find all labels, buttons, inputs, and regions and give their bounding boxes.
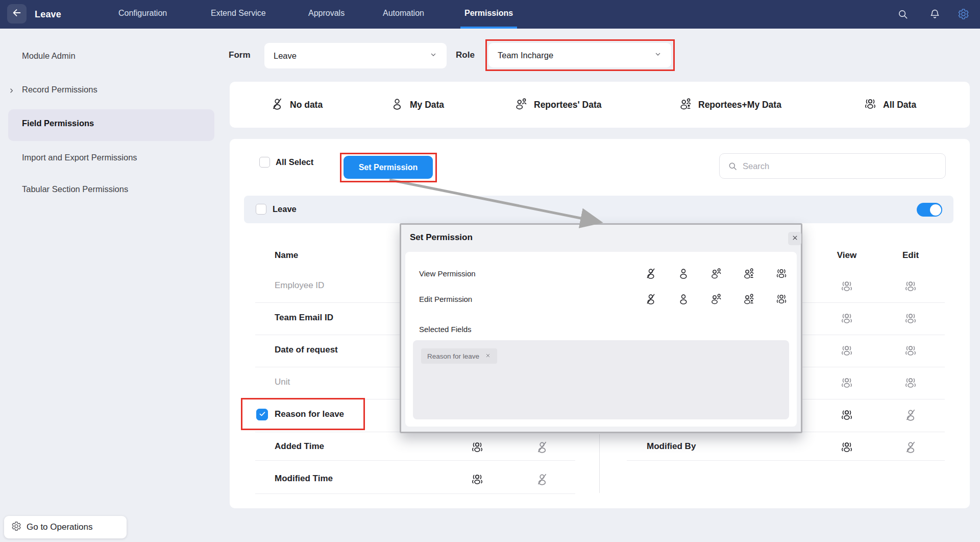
sidebar-item-import-export-permissions[interactable]: Import and Export Permissions (22, 153, 137, 162)
gear-icon (11, 521, 21, 534)
sidebar-item-field-permissions-label[interactable]: Field Permissions (22, 119, 94, 128)
tab-configuration[interactable]: Configuration (118, 0, 167, 29)
no-data-icon[interactable] (535, 440, 549, 456)
all-data-icon[interactable] (840, 440, 853, 456)
set-permission-button[interactable]: Set Permission (344, 156, 433, 179)
back-button[interactable] (7, 4, 27, 23)
gear-icon[interactable] (958, 8, 969, 22)
legend-reportees-my-data-label: Reportees+My Data (698, 100, 781, 110)
all-data-icon[interactable] (471, 473, 484, 488)
tab-extend-service[interactable]: Extend Service (211, 0, 266, 29)
search-icon (728, 161, 738, 171)
my-data-icon (390, 97, 404, 113)
chevron-down-icon (429, 51, 437, 61)
app-root: Leave Configuration Extend Service Appro… (0, 0, 980, 542)
row-reason-for-leave: Reason for leave (275, 409, 344, 419)
legend-reportees-my-data[interactable]: Reportees+My Data (679, 82, 781, 128)
view-permission-label: View Permission (419, 269, 476, 278)
all-data-icon[interactable] (904, 312, 917, 327)
all-data-icon[interactable] (904, 376, 917, 391)
row-divider (627, 460, 945, 461)
selected-field-chip: Reason for leave (421, 348, 497, 364)
all-data-icon[interactable] (471, 440, 484, 456)
leave-section-toggle[interactable] (917, 203, 942, 217)
tab-approvals[interactable]: Approvals (308, 0, 345, 29)
form-select-value: Leave (274, 51, 297, 61)
row-divider (255, 493, 575, 494)
field-search-input[interactable] (743, 161, 911, 171)
legend-no-data[interactable]: No data (271, 82, 323, 128)
all-data-icon[interactable] (840, 376, 853, 391)
modal-title: Set Permission (410, 232, 473, 243)
row-date-of-request: Date of request (275, 345, 338, 355)
go-to-operations-label: Go to Operations (27, 522, 92, 532)
bell-icon[interactable] (929, 8, 941, 22)
search-icon[interactable] (897, 9, 909, 22)
no-data-icon[interactable] (904, 440, 917, 456)
legend-all-data-label: All Data (883, 100, 916, 110)
role-filter-label: Role (456, 50, 475, 60)
app-title: Leave (35, 0, 61, 29)
role-select-value: Team Incharge (498, 51, 553, 60)
all-data-icon[interactable] (840, 312, 853, 327)
back-arrow-icon (11, 7, 22, 20)
leave-section-checkbox[interactable] (256, 204, 266, 215)
sidebar-item-record-permissions[interactable]: Record Permissions (22, 85, 97, 95)
chip-label: Reason for leave (427, 352, 479, 360)
field-search[interactable] (719, 153, 946, 179)
chevron-right-icon[interactable] (8, 87, 15, 97)
form-select[interactable]: Leave (264, 43, 447, 68)
view-column-header: View (831, 250, 862, 261)
tab-automation[interactable]: Automation (383, 0, 424, 29)
no-data-icon[interactable] (645, 293, 657, 307)
no-data-icon[interactable] (535, 473, 549, 488)
all-data-icon[interactable] (775, 293, 788, 307)
row-employee-id: Employee ID (275, 280, 324, 291)
row-unit: Unit (275, 377, 290, 387)
close-icon (791, 234, 799, 244)
legend-my-data[interactable]: My Data (390, 82, 444, 128)
reportees-my-data-icon[interactable] (743, 267, 755, 281)
selected-fields-label: Selected Fields (419, 325, 472, 334)
modal-body: View Permission Edit Permission Selected… (405, 252, 797, 427)
chevron-down-icon (654, 50, 662, 60)
all-data-icon[interactable] (904, 344, 917, 359)
row-modified-by: Modified By (647, 441, 696, 452)
row-added-time: Added Time (275, 441, 324, 452)
modal-close-button[interactable] (788, 232, 801, 245)
reason-for-leave-checkbox[interactable] (256, 409, 268, 420)
legend-no-data-label: No data (290, 100, 323, 110)
all-data-icon[interactable] (904, 279, 917, 295)
legend-reportees-data-label: Reportees' Data (534, 100, 602, 110)
data-scope-legend-card: No data My Data Reportees' Data Reportee… (230, 82, 970, 128)
sidebar-item-module-admin[interactable]: Module Admin (22, 51, 76, 61)
all-data-icon (864, 97, 877, 113)
no-data-icon (271, 97, 284, 113)
legend-my-data-label: My Data (410, 100, 444, 110)
my-data-icon[interactable] (677, 267, 690, 281)
tab-permissions[interactable]: Permissions (464, 0, 513, 29)
all-select-checkbox[interactable] (259, 157, 270, 168)
role-select[interactable]: Team Incharge (488, 43, 671, 67)
top-navbar: Leave Configuration Extend Service Appro… (0, 0, 980, 29)
legend-all-data[interactable]: All Data (864, 82, 916, 128)
legend-reportees-data[interactable]: Reportees' Data (514, 82, 602, 128)
all-data-icon[interactable] (840, 408, 853, 423)
reportees-data-icon[interactable] (710, 267, 722, 281)
reportees-data-icon (514, 97, 528, 113)
no-data-icon[interactable] (904, 408, 917, 423)
all-data-icon[interactable] (775, 267, 788, 281)
all-data-icon[interactable] (840, 344, 853, 359)
set-permission-modal: Set Permission View Permission Edit Perm… (400, 223, 802, 433)
leave-section-label: Leave (273, 204, 297, 214)
row-divider (255, 460, 575, 461)
reportees-my-data-icon (679, 97, 692, 113)
no-data-icon[interactable] (645, 267, 657, 281)
my-data-icon[interactable] (677, 293, 690, 307)
reportees-my-data-icon[interactable] (743, 293, 755, 307)
chip-remove-icon[interactable] (485, 352, 491, 360)
reportees-data-icon[interactable] (710, 293, 722, 307)
go-to-operations-button[interactable]: Go to Operations (4, 516, 127, 538)
all-data-icon[interactable] (840, 279, 853, 295)
sidebar-item-tabular-section-permissions[interactable]: Tabular Section Permissions (22, 184, 128, 194)
